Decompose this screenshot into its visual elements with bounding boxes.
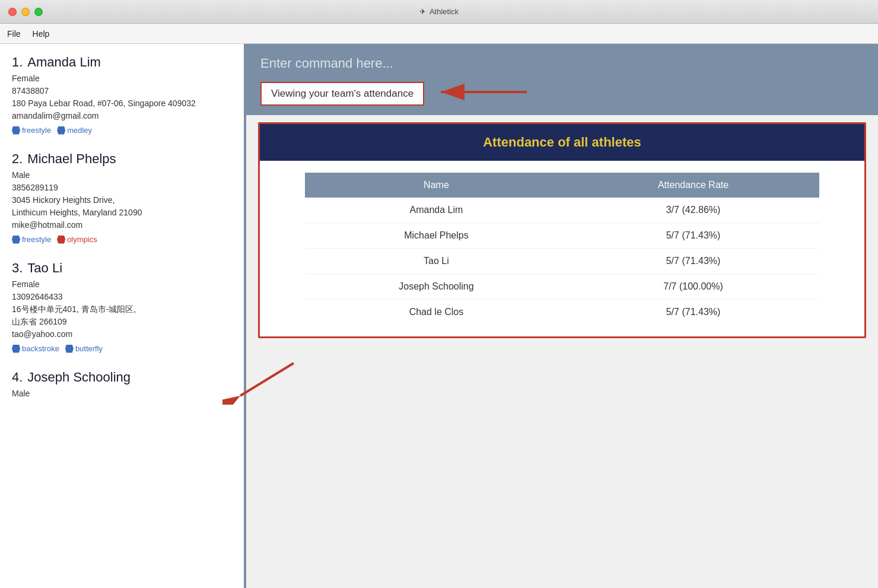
col-header-rate: Attendance Rate	[568, 173, 819, 198]
athlete-phone-1: 87438807	[12, 85, 232, 97]
table-row: Amanda Lim3/7 (42.86%)	[305, 198, 819, 223]
athlete-gender-2: Male	[12, 169, 232, 182]
athlete-phone-3: 13092646433	[12, 291, 232, 303]
athlete-name-cell: Amanda Lim	[305, 198, 567, 223]
attendance-table: Name Attendance Rate Amanda Lim3/7 (42.8…	[305, 173, 819, 325]
app-title: ✈ Athletick	[419, 7, 459, 16]
attendance-rate-cell: 3/7 (42.86%)	[568, 198, 819, 223]
athlete-tags-2: freestyle olympics	[12, 235, 232, 244]
window-controls	[8, 8, 43, 16]
athlete-entry-4: 4.Joseph Schooling Male	[12, 370, 232, 400]
svg-line-3	[240, 363, 294, 396]
arrow-annotation	[435, 81, 530, 103]
attendance-table-container: Name Attendance Rate Amanda Lim3/7 (42.8…	[260, 173, 864, 325]
athlete-name-cell: Michael Phelps	[305, 223, 567, 249]
attendance-rate-cell: 5/7 (71.43%)	[568, 300, 819, 325]
menu-help[interactable]: Help	[33, 29, 50, 39]
athlete-address-1: 180 Paya Lebar Road, #07-06, Singapore 4…	[12, 97, 232, 110]
titlebar: ✈ Athletick	[0, 0, 878, 24]
tag-icon	[12, 126, 20, 135]
tag-backstroke-3: backstroke	[12, 344, 59, 353]
table-row: Joseph Schooling7/7 (100.00%)	[305, 274, 819, 300]
tag-freestyle-1: freestyle	[12, 126, 51, 135]
tag-olympics-2: olympics	[57, 235, 97, 244]
tag-butterfly-3: butterfly	[65, 344, 103, 353]
athlete-address-2: 3045 Hickory Heights Drive,Linthicum Hei…	[12, 194, 232, 219]
app-icon: ✈	[419, 7, 426, 16]
tag-icon	[12, 236, 20, 244]
athlete-gender-3: Female	[12, 278, 232, 291]
athlete-gender-4: Male	[12, 387, 232, 400]
athlete-entry-3: 3.Tao Li Female 13092646433 16号楼中单元401, …	[12, 260, 232, 353]
left-panel: 1.Amanda Lim Female 87438807 180 Paya Le…	[0, 44, 246, 588]
table-header-row: Name Attendance Rate	[305, 173, 819, 198]
tag-icon	[65, 345, 74, 353]
attendance-header: Attendance of all athletes	[260, 124, 864, 161]
athlete-email-3: tao@yahoo.com	[12, 328, 232, 341]
athlete-name-2: 2.Michael Phelps	[12, 151, 232, 167]
athlete-address-3: 16号楼中单元401, 青岛市-城阳区,山东省 266109	[12, 303, 232, 328]
bottom-arrow-container	[246, 357, 878, 405]
command-input[interactable]: Enter command here...	[260, 56, 864, 71]
command-area: Enter command here... Viewing your team'…	[246, 44, 878, 115]
athlete-name-cell: Tao Li	[305, 249, 567, 274]
table-row: Tao Li5/7 (71.43%)	[305, 249, 819, 274]
menubar: File Help	[0, 24, 878, 44]
maximize-button[interactable]	[34, 8, 43, 16]
close-button[interactable]	[8, 8, 17, 16]
col-header-name: Name	[305, 173, 567, 198]
attendance-rate-cell: 7/7 (100.00%)	[568, 274, 819, 300]
attendance-title: Attendance of all athletes	[274, 135, 850, 150]
athlete-name-cell: Chad le Clos	[305, 300, 567, 325]
tag-icon-red	[57, 236, 65, 244]
minimize-button[interactable]	[21, 8, 30, 16]
athlete-tags-1: freestyle medley	[12, 126, 232, 135]
tag-icon	[57, 126, 65, 135]
athlete-tags-3: backstroke butterfly	[12, 344, 232, 353]
tag-medley-1: medley	[57, 126, 92, 135]
athlete-entry-2: 2.Michael Phelps Male 3856289119 3045 Hi…	[12, 151, 232, 244]
athlete-name-cell: Joseph Schooling	[305, 274, 567, 300]
athlete-email-1: amandalim@gmail.com	[12, 110, 232, 122]
athlete-name-1: 1.Amanda Lim	[12, 55, 232, 70]
menu-file[interactable]: File	[7, 29, 21, 39]
athlete-entry-1: 1.Amanda Lim Female 87438807 180 Paya Le…	[12, 55, 232, 135]
athlete-phone-2: 3856289119	[12, 182, 232, 194]
attendance-rate-cell: 5/7 (71.43%)	[568, 223, 819, 249]
athlete-name-4: 4.Joseph Schooling	[12, 370, 232, 385]
table-row: Michael Phelps5/7 (71.43%)	[305, 223, 819, 249]
attendance-panel: Attendance of all athletes Name Attendan…	[258, 122, 866, 338]
main-layout: 1.Amanda Lim Female 87438807 180 Paya Le…	[0, 44, 878, 588]
command-response-row: Viewing your team's attendance	[260, 76, 864, 106]
table-row: Chad le Clos5/7 (71.43%)	[305, 300, 819, 325]
tag-icon	[12, 345, 20, 353]
bottom-arrow-svg	[222, 357, 341, 405]
athlete-gender-1: Female	[12, 72, 232, 85]
right-panel: Enter command here... Viewing your team'…	[246, 44, 878, 588]
athlete-name-3: 3.Tao Li	[12, 260, 232, 276]
attendance-rate-cell: 5/7 (71.43%)	[568, 249, 819, 274]
athlete-email-2: mike@hotmail.com	[12, 219, 232, 231]
command-response: Viewing your team's attendance	[260, 82, 424, 106]
tag-freestyle-2: freestyle	[12, 235, 51, 244]
